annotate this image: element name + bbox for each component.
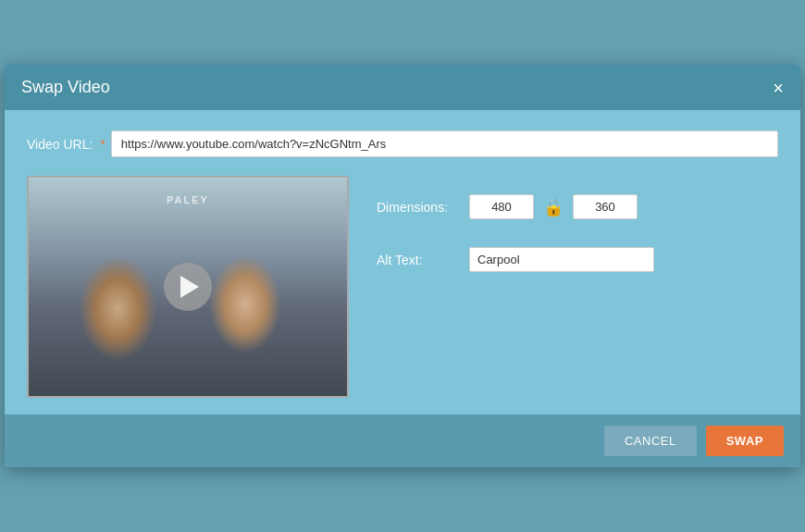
- width-input[interactable]: [469, 194, 534, 219]
- paley-watermark: PALEY: [167, 194, 209, 205]
- dimensions-label: Dimensions:: [377, 200, 460, 215]
- dimensions-row: Dimensions: 🔒: [377, 194, 778, 219]
- alt-text-row: Alt Text:: [377, 247, 778, 272]
- lock-icon[interactable]: 🔒: [543, 197, 564, 217]
- play-triangle-icon: [180, 276, 199, 298]
- url-label: Video URL:: [27, 137, 93, 152]
- video-thumbnail: PALEY: [27, 176, 349, 398]
- url-row: Video URL: *: [27, 130, 778, 157]
- required-star: *: [100, 137, 105, 152]
- fields-panel: Dimensions: 🔒 Alt Text:: [377, 176, 778, 272]
- cancel-button[interactable]: CANCEL: [604, 426, 697, 456]
- dialog-footer: CANCEL SWAP: [5, 414, 800, 467]
- dialog-title: Swap Video: [21, 78, 110, 97]
- height-input[interactable]: [573, 194, 638, 219]
- swap-video-dialog: Swap Video × Video URL: * PALEY: [5, 65, 800, 467]
- close-button[interactable]: ×: [773, 79, 784, 97]
- play-button[interactable]: [164, 263, 212, 311]
- alt-text-label: Alt Text:: [377, 253, 460, 267]
- alt-text-input[interactable]: [469, 247, 654, 272]
- dialog-body: Video URL: * PALEY Dimensions: 🔒: [5, 110, 800, 414]
- dialog-header: Swap Video ×: [5, 65, 800, 110]
- swap-button[interactable]: SWAP: [706, 426, 784, 456]
- video-url-input[interactable]: [111, 130, 778, 157]
- content-row: PALEY Dimensions: 🔒 Alt Text:: [27, 176, 778, 398]
